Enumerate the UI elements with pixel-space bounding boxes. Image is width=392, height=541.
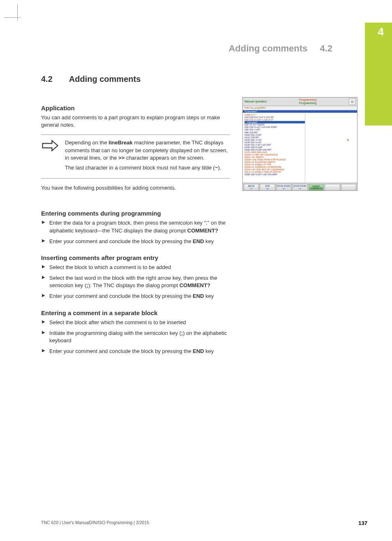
note-paragraph-1: Depending on the lineBreak machine param… xyxy=(65,139,230,162)
ss-code-listing: %308 G71 *N10 G30 G17 X+0 Y+0 Z-20*N20 G… xyxy=(244,114,305,182)
ss-softkey-button[interactable]: END⇒ xyxy=(260,184,275,191)
page-footer: TNC 620 | User's ManualDIN/ISO Programmi… xyxy=(41,520,367,526)
s2-step-2: Select the last word in the block with t… xyxy=(41,274,234,289)
s3-step-1: Select the block after which the comment… xyxy=(41,319,234,326)
tnc-screenshot: Manual operation Programming Programming… xyxy=(242,97,357,191)
ss-softkey-button[interactable]: MOVE WORD⇒ xyxy=(292,184,307,191)
s3-step-2: Initiate the programming dialog with the… xyxy=(41,330,234,344)
ss-softkey-button[interactable]: BEGIN⇐ xyxy=(244,184,259,191)
ss-mode-left: Manual operation xyxy=(244,100,267,103)
s1-step-2: Enter your comment and conclude the bloc… xyxy=(41,238,234,245)
note-paragraph-2: The last character in a comment block mu… xyxy=(65,164,230,172)
running-header-title: Adding comments xyxy=(228,43,307,53)
section-number: 4.2 xyxy=(41,74,53,84)
ss-softkey-button[interactable] xyxy=(325,184,340,191)
s2-step-3: Enter your comment and conclude the bloc… xyxy=(41,293,234,300)
ss-softkey-button[interactable]: INSERT OVERWRITE xyxy=(309,184,324,191)
note-box: Depending on the lineBreak machine param… xyxy=(41,135,230,179)
axis-origin-icon: ↳ xyxy=(346,138,350,142)
ss-program-name: TNC:\nc_prog\308.I xyxy=(243,106,357,110)
ss-softkey-button[interactable]: MOVE WORD⇐ xyxy=(276,184,291,191)
application-heading: Application xyxy=(41,104,234,111)
s2-heading: Inserting comments after program entry xyxy=(41,254,367,261)
s2-step-1: Select the block to which a comment is t… xyxy=(41,264,234,271)
arrow-note-icon xyxy=(41,139,59,174)
ss-comment-prompt-row: *Comment! xyxy=(243,110,357,113)
section-title: Adding comments xyxy=(69,74,141,84)
footer-left: TNC 620 | User's ManualDIN/ISO Programmi… xyxy=(41,520,149,526)
ss-softkey-row: BEGIN⇐END⇒MOVE WORD⇐MOVE WORD⇒INSERT OVE… xyxy=(243,183,357,191)
s1-step-1: Enter the data for a program block, then… xyxy=(41,219,234,234)
s1-heading: Entering comments during programming xyxy=(41,210,367,217)
running-header-number: 4.2 xyxy=(320,43,332,53)
after-note-text: You have the following possibilities for… xyxy=(41,184,234,192)
gear-icon[interactable]: ✲ xyxy=(349,98,355,105)
section-heading: 4.2 Adding comments xyxy=(41,74,367,84)
running-header: Adding comments 4.2 xyxy=(41,43,367,54)
ss-code-line: N180 G00 X+50 Y+60 G40 M99* xyxy=(244,173,305,176)
ss-mode-right-b: Programming xyxy=(299,102,316,104)
footer-page-number: 137 xyxy=(358,520,367,526)
s3-step-3: Enter your comment and conclude the bloc… xyxy=(41,348,234,355)
application-intro: You can add comments to a part program t… xyxy=(41,114,234,129)
ss-graphic-pane: ↳ xyxy=(305,114,355,182)
ss-mode-right-a: Programming xyxy=(299,98,316,101)
s3-heading: Entering a comment in a separate block xyxy=(41,309,367,316)
ss-softkey-button[interactable] xyxy=(341,184,356,191)
